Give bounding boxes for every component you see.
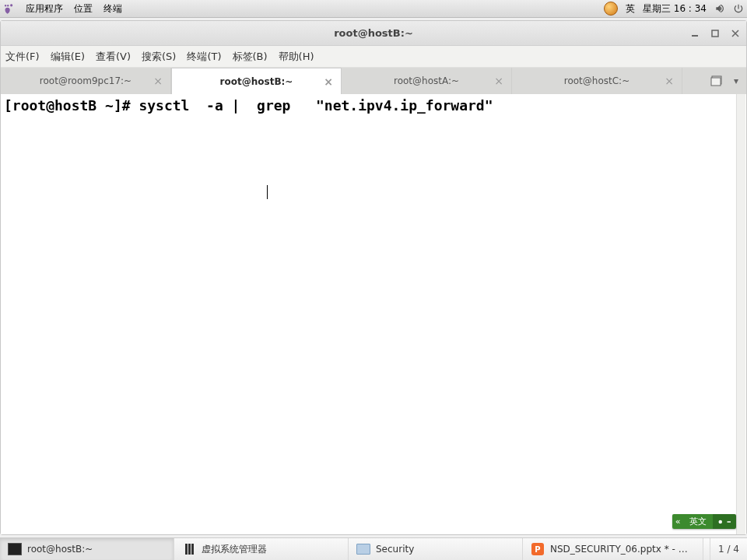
menu-search[interactable]: 搜索(S) xyxy=(142,50,176,64)
tab-label: root@room9pc17:~ xyxy=(40,75,132,86)
menu-terminal[interactable]: 终端(T) xyxy=(187,50,221,64)
close-button[interactable] xyxy=(729,27,742,40)
tab-menu-chevron-icon[interactable]: ▾ xyxy=(734,75,738,86)
minimize-button[interactable] xyxy=(689,27,701,40)
task-label: 虚拟系统管理器 xyxy=(202,543,267,556)
tab-close-icon[interactable]: × xyxy=(494,75,503,87)
wps-icon: P xyxy=(531,543,545,555)
menu-places[interactable]: 位置 xyxy=(74,2,93,16)
task-vmm[interactable]: 虚拟系统管理器 xyxy=(174,538,349,560)
terminal-window: root@hostB:~ 文件(F) 编辑(E) 查看(V) 搜索(S) 终端(… xyxy=(0,20,747,535)
user-status-icon[interactable] xyxy=(604,2,618,16)
new-tab-icon[interactable] xyxy=(710,74,723,89)
power-icon[interactable] xyxy=(733,3,744,14)
menu-tabs[interactable]: 标签(B) xyxy=(233,50,268,64)
svg-rect-4 xyxy=(727,521,731,523)
ime-mode-icons[interactable] xyxy=(713,514,736,529)
menu-edit[interactable]: 编辑(E) xyxy=(51,50,85,64)
activities-icon[interactable] xyxy=(3,3,15,15)
menu-file[interactable]: 文件(F) xyxy=(5,50,40,64)
task-label: Security xyxy=(376,544,414,555)
svg-rect-1 xyxy=(712,30,718,37)
tab-hosta[interactable]: root@hostA:~ × xyxy=(342,68,512,94)
folder-icon xyxy=(356,543,370,555)
tab-close-icon[interactable]: × xyxy=(153,75,163,87)
tab-bar: root@room9pc17:~ × root@hostB:~ × root@h… xyxy=(1,68,746,94)
terminal-viewport[interactable]: [root@hostB ~]# sysctl -a | grep "net.ip… xyxy=(1,94,746,534)
tab-label: root@hostC:~ xyxy=(564,75,630,86)
ime-language-label[interactable]: 英文 xyxy=(683,514,713,529)
task-terminal[interactable]: root@hostB:~ xyxy=(0,538,174,560)
workspace-pager[interactable]: 1 / 4 xyxy=(710,538,747,560)
menu-view[interactable]: 查看(V) xyxy=(96,50,131,64)
task-pptx[interactable]: P NSD_SECURITY_06.pptx * - W… xyxy=(523,538,703,560)
maximize-button[interactable] xyxy=(709,27,721,40)
terminal-line: [root@hostB ~]# sysctl -a | grep "net.ip… xyxy=(4,97,493,114)
tab-hostc[interactable]: root@hostC:~ × xyxy=(512,68,682,94)
vmm-icon xyxy=(182,543,196,555)
clock[interactable]: 星期三 16 : 34 xyxy=(643,2,707,16)
svg-rect-0 xyxy=(692,35,698,37)
volume-icon[interactable] xyxy=(714,3,725,14)
text-cursor xyxy=(267,185,268,199)
tab-label: root@hostA:~ xyxy=(394,75,459,86)
menu-terminal[interactable]: 终端 xyxy=(103,2,122,16)
tab-close-icon[interactable]: × xyxy=(665,75,674,87)
ime-indicator[interactable]: 英 xyxy=(626,2,635,16)
ime-floating-pill[interactable]: « 英文 xyxy=(672,514,736,529)
tab-close-icon[interactable]: × xyxy=(324,75,333,88)
task-label: NSD_SECURITY_06.pptx * - W… xyxy=(550,544,695,555)
titlebar[interactable]: root@hostB:~ xyxy=(1,21,746,46)
task-security-folder[interactable]: Security xyxy=(349,538,523,560)
svg-rect-3 xyxy=(711,78,721,86)
task-label: root@hostB:~ xyxy=(27,544,93,555)
ime-collapse-icon[interactable]: « xyxy=(672,514,683,529)
scrollbar[interactable] xyxy=(736,94,745,534)
window-title: root@hostB:~ xyxy=(334,27,413,39)
menu-help[interactable]: 帮助(H) xyxy=(279,50,314,64)
menubar: 文件(F) 编辑(E) 查看(V) 搜索(S) 终端(T) 标签(B) 帮助(H… xyxy=(1,46,746,68)
system-top-bar: 应用程序 位置 终端 英 星期三 16 : 34 xyxy=(0,0,747,18)
terminal-icon xyxy=(8,543,22,555)
bottom-taskbar: root@hostB:~ 虚拟系统管理器 Security P NSD_SECU… xyxy=(0,537,747,560)
tab-hostb[interactable]: root@hostB:~ × xyxy=(171,68,342,94)
tab-label: root@hostB:~ xyxy=(220,76,293,87)
tab-room9pc17[interactable]: root@room9pc17:~ × xyxy=(1,68,171,94)
menu-applications[interactable]: 应用程序 xyxy=(26,2,63,16)
